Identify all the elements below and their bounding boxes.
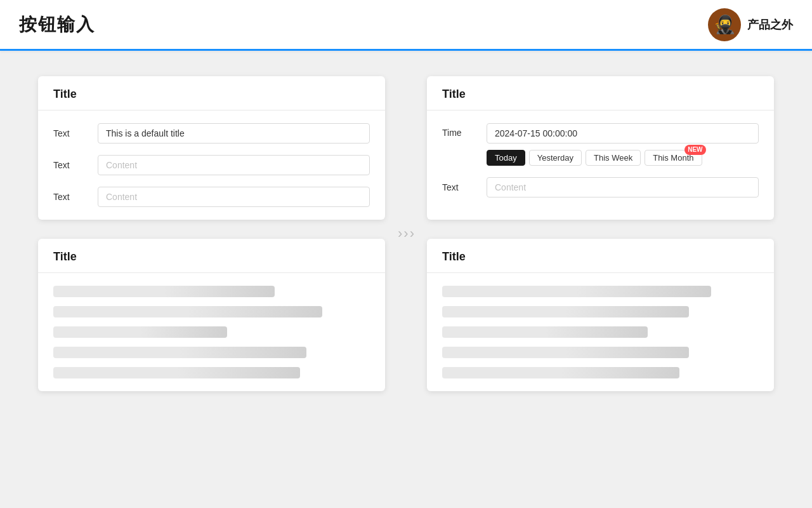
brand-name: 产品之外: [747, 17, 793, 32]
skeleton-bar-r4: [442, 347, 689, 358]
form-label-3: Text: [53, 192, 91, 202]
card-bottom-left: Title: [38, 239, 385, 391]
arrows-column: › › ›: [385, 76, 427, 391]
btn-this-week[interactable]: This Week: [586, 150, 641, 166]
card-top-right: Title Time Today Yesterday This Week Thi…: [427, 76, 774, 220]
card-top-left-title: Title: [53, 88, 77, 100]
card-top-left-body: Text Text Text: [38, 110, 385, 220]
form-input-3[interactable]: [98, 187, 370, 207]
skeleton-bar-5: [53, 367, 300, 378]
card-bottom-right-header: Title: [427, 239, 774, 273]
header: 按钮输入 🥷 产品之外: [0, 0, 812, 51]
time-row: Time Today Yesterday This Week This Mont…: [442, 123, 759, 166]
form-row-3: Text: [53, 187, 370, 207]
skeleton-bar-2: [53, 306, 322, 318]
page-title: 按钮输入: [19, 13, 95, 37]
time-controls: Today Yesterday This Week This Month NEW: [487, 123, 759, 166]
skeleton-bar-4: [53, 347, 306, 358]
btn-today[interactable]: Today: [487, 150, 525, 166]
arrows: › › ›: [398, 225, 414, 242]
skeleton-bar-1: [53, 286, 275, 297]
text-row-right: Text: [442, 177, 759, 197]
btn-yesterday[interactable]: Yesterday: [529, 150, 582, 166]
header-logo: 🥷 产品之外: [708, 8, 793, 41]
card-top-right-body: Time Today Yesterday This Week This Mont…: [427, 110, 774, 210]
avatar: 🥷: [708, 8, 741, 41]
card-top-right-title: Title: [442, 88, 466, 100]
time-input[interactable]: [487, 123, 759, 144]
form-row-2: Text: [53, 155, 370, 175]
form-label-2: Text: [53, 160, 91, 170]
time-buttons: Today Yesterday This Week This Month NEW: [487, 150, 759, 166]
skeleton-bar-3: [53, 326, 227, 338]
new-badge: NEW: [684, 145, 705, 155]
arrow-chevron-1: ›: [398, 225, 402, 242]
card-top-right-header: Title: [427, 76, 774, 110]
skeleton-bar-r5: [442, 367, 679, 378]
skeleton-bar-r1: [442, 286, 711, 297]
card-bottom-left-body: [38, 273, 385, 391]
card-bottom-left-title: Title: [53, 250, 77, 263]
skeleton-bar-r2: [442, 306, 689, 318]
card-bottom-right: Title: [427, 239, 774, 391]
form-input-1[interactable]: [98, 123, 370, 144]
card-top-left: Title Text Text Text: [38, 76, 385, 220]
card-bottom-right-body: [427, 273, 774, 391]
time-label: Time: [442, 123, 480, 138]
card-bottom-right-title: Title: [442, 250, 466, 263]
form-input-2[interactable]: [98, 155, 370, 175]
content-grid: Title Text Text Text › › ›: [0, 51, 812, 417]
card-top-left-header: Title: [38, 76, 385, 110]
arrow-chevron-3: ›: [410, 225, 414, 242]
skeleton-bar-r3: [442, 326, 648, 338]
card-bottom-left-header: Title: [38, 239, 385, 273]
text-input-right[interactable]: [487, 177, 759, 197]
btn-this-month-wrapper: This Month NEW: [645, 150, 702, 166]
arrow-chevron-2: ›: [403, 225, 408, 242]
text-label-right: Text: [442, 182, 480, 192]
form-row-1: Text: [53, 123, 370, 144]
form-label-1: Text: [53, 128, 91, 138]
